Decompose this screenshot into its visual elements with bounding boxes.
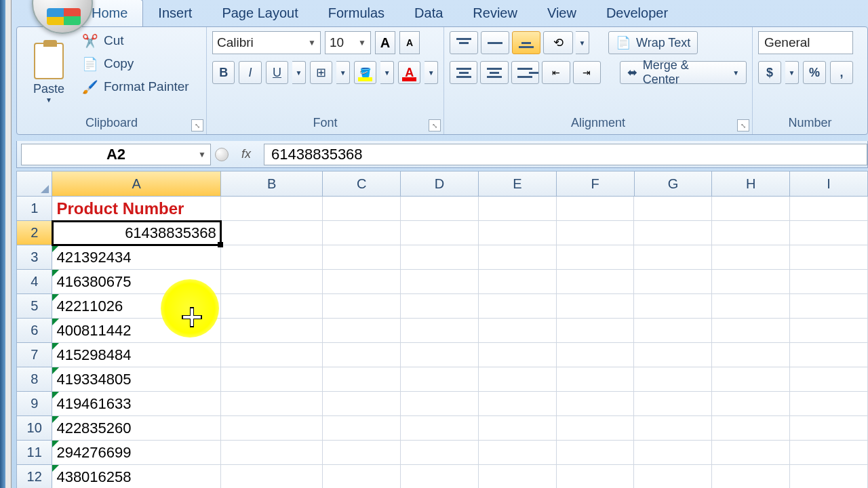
cell-F6[interactable] [557, 319, 635, 343]
cell-F10[interactable] [557, 416, 635, 441]
cell-C11[interactable] [323, 441, 401, 465]
cell-D5[interactable] [401, 294, 479, 319]
select-all-corner[interactable] [16, 171, 52, 197]
cell-I2[interactable] [790, 221, 868, 245]
col-header-F[interactable]: F [557, 171, 635, 197]
cell-F9[interactable] [557, 392, 635, 416]
row-header-6[interactable]: 6 [16, 319, 52, 343]
cell-C4[interactable] [323, 270, 401, 294]
cell-F4[interactable] [557, 270, 635, 294]
row-header-12[interactable]: 12 [16, 465, 52, 488]
cell-G1[interactable] [634, 197, 712, 221]
row-header-1[interactable]: 1 [16, 197, 52, 221]
cell-C12[interactable] [323, 465, 401, 488]
wrap-text-button[interactable]: 📄 Wrap Text [608, 31, 698, 54]
cell-D12[interactable] [401, 465, 479, 488]
cell-B12[interactable] [221, 465, 323, 488]
cell-I3[interactable] [790, 245, 868, 270]
borders-dropdown[interactable]: ▼ [336, 61, 350, 84]
shrink-font-button[interactable]: A [399, 31, 420, 54]
row-header-11[interactable]: 11 [16, 441, 52, 465]
alignment-launcher[interactable]: ⤡ [737, 119, 749, 131]
cell-D2[interactable] [401, 221, 479, 245]
cell-H1[interactable] [712, 197, 790, 221]
cell-A8[interactable]: 419334805 [52, 367, 220, 392]
cell-B3[interactable] [221, 245, 323, 270]
cell-A10[interactable]: 422835260 [52, 416, 220, 441]
row-header-9[interactable]: 9 [16, 392, 52, 416]
underline-button[interactable]: U [266, 61, 288, 84]
cell-G9[interactable] [634, 392, 712, 416]
cell-G2[interactable] [634, 221, 712, 245]
cell-C6[interactable] [323, 319, 401, 343]
borders-button[interactable]: ⊞ [310, 61, 332, 84]
cell-D8[interactable] [401, 367, 479, 392]
tab-developer[interactable]: Developer [591, 0, 683, 26]
cell-E11[interactable] [479, 441, 557, 465]
name-box[interactable]: A2 ▼ [21, 144, 211, 165]
cell-D6[interactable] [401, 319, 479, 343]
align-left-button[interactable] [450, 61, 477, 84]
tab-review[interactable]: Review [458, 0, 532, 26]
cell-A7[interactable]: 415298484 [52, 343, 220, 367]
cell-D11[interactable] [401, 441, 479, 465]
cell-A12[interactable]: 438016258 [52, 465, 220, 488]
align-middle-button[interactable] [481, 31, 509, 54]
cell-H6[interactable] [712, 319, 790, 343]
cell-C1[interactable] [323, 197, 401, 221]
cell-E6[interactable] [479, 319, 557, 343]
cell-G12[interactable] [634, 465, 712, 488]
row-header-2[interactable]: 2 [16, 221, 52, 245]
col-header-H[interactable]: H [712, 171, 790, 197]
cell-H4[interactable] [712, 270, 790, 294]
font-color-button[interactable]: A [398, 61, 420, 84]
cell-H7[interactable] [712, 343, 790, 367]
tab-insert[interactable]: Insert [143, 0, 207, 26]
col-header-G[interactable]: G [635, 171, 713, 197]
cell-A2[interactable]: 61438835368 [52, 221, 220, 245]
cell-A9[interactable]: 419461633 [52, 392, 220, 416]
formula-input[interactable]: 61438835368 [264, 144, 867, 165]
cell-C2[interactable] [323, 221, 401, 245]
col-header-B[interactable]: B [221, 171, 323, 197]
cell-G11[interactable] [634, 441, 712, 465]
cell-I5[interactable] [790, 294, 868, 319]
cell-G5[interactable] [634, 294, 712, 319]
cell-B11[interactable] [221, 441, 323, 465]
cell-I1[interactable] [790, 197, 868, 221]
col-header-I[interactable]: I [790, 171, 868, 197]
cell-F2[interactable] [557, 221, 635, 245]
cell-H8[interactable] [712, 367, 790, 392]
tab-data[interactable]: Data [399, 0, 458, 26]
cell-I7[interactable] [790, 343, 868, 367]
cell-C10[interactable] [323, 416, 401, 441]
grow-font-button[interactable]: A [375, 31, 395, 54]
cell-E3[interactable] [479, 245, 557, 270]
cell-B4[interactable] [221, 270, 323, 294]
cell-E4[interactable] [479, 270, 557, 294]
tab-page-layout[interactable]: Page Layout [207, 0, 313, 26]
cut-button[interactable]: ✂️ Cut [79, 31, 201, 50]
cell-G3[interactable] [634, 245, 712, 270]
clipboard-launcher[interactable]: ⤡ [191, 119, 203, 131]
cell-I10[interactable] [790, 416, 868, 441]
cell-D7[interactable] [401, 343, 479, 367]
cell-F8[interactable] [557, 367, 635, 392]
cell-C5[interactable] [323, 294, 401, 319]
currency-button[interactable]: $ [758, 61, 781, 84]
row-header-10[interactable]: 10 [16, 416, 52, 441]
row-header-3[interactable]: 3 [16, 245, 52, 270]
cell-E2[interactable] [479, 221, 557, 245]
decrease-indent-button[interactable]: ⇤ [542, 61, 570, 84]
cell-D3[interactable] [401, 245, 479, 270]
cell-F1[interactable] [557, 197, 635, 221]
cell-E1[interactable] [479, 197, 557, 221]
cell-C7[interactable] [323, 343, 401, 367]
cell-E7[interactable] [479, 343, 557, 367]
copy-button[interactable]: 📄 Copy [79, 54, 201, 73]
row-header-5[interactable]: 5 [16, 294, 52, 319]
font-launcher[interactable]: ⤡ [429, 119, 441, 131]
cell-B10[interactable] [221, 416, 323, 441]
cell-F5[interactable] [557, 294, 635, 319]
align-right-button[interactable] [511, 61, 539, 84]
